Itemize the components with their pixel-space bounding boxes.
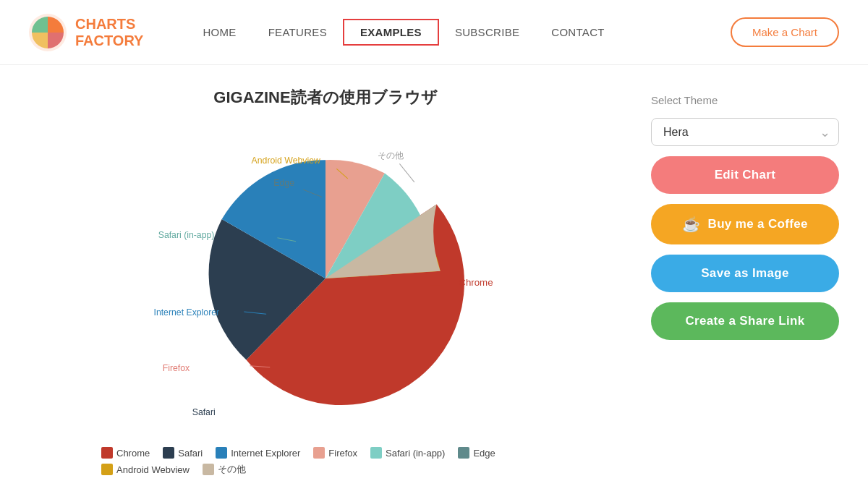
sidebar: Select Theme Hera Zeus Athena Apollo ⌄ E… [651,87,839,476]
legend-item-edge: Edge [458,447,495,459]
legend-label-other: その他 [218,463,246,476]
legend-item-android-webview: Android Webview [101,463,190,476]
select-theme-label: Select Theme [651,94,839,106]
label-safari-inapp: Safari (in-app) [158,230,215,240]
legend-item-ie: Internet Explorer [216,447,300,459]
edit-chart-button[interactable]: Edit Chart [651,156,839,194]
legend-color-android-webview [101,464,113,475]
legend-color-ie [216,447,227,459]
legend-color-edge [458,447,469,459]
nav-contact[interactable]: CONTACT [535,20,620,44]
theme-select[interactable]: Hera Zeus Athena Apollo [651,118,839,146]
nav-home[interactable]: HOME [187,20,252,44]
logo-icon [29,14,67,51]
logo[interactable]: CHARTS FACTORY [29,14,143,51]
legend-label-chrome: Chrome [116,448,150,459]
chart-wrapper: Chrome Safari Internet Explorer Firefox … [137,123,514,434]
label-firefox: Firefox [163,363,190,373]
legend-item-other: その他 [203,463,246,476]
nav-examples[interactable]: EXAMPLES [343,19,439,46]
main-content: GIGAZINE読者の使用ブラウザ [0,65,868,490]
logo-text: CHARTS FACTORY [75,16,143,49]
legend-color-safari [163,447,174,459]
svg-line-7 [399,163,414,182]
coffee-icon: ☕ [682,216,700,233]
label-chrome: Chrome [459,277,493,288]
legend-label-firefox: Firefox [328,448,357,459]
legend-label-safari: Safari [178,448,203,459]
label-other: その他 [378,150,404,161]
legend-label-edge: Edge [473,448,495,459]
legend: Chrome Safari Internet Explorer Firefox … [101,447,550,476]
legend-color-safari-inapp [370,447,382,459]
chart-title: GIGAZINE読者の使用ブラウザ [213,87,437,108]
legend-item-safari: Safari [163,447,203,459]
buy-coffee-button[interactable]: ☕ Buy me a Coffee [651,204,839,244]
label-safari-bottom: Safari [192,407,216,417]
legend-item-chrome: Chrome [101,447,150,459]
save-image-button[interactable]: Save as Image [651,255,839,292]
label-android-webview: Android Webview [252,156,320,166]
chart-area: GIGAZINE読者の使用ブラウザ [29,87,622,476]
legend-color-chrome [101,447,113,459]
nav-features[interactable]: FEATURES [252,20,343,44]
nav-subscribe[interactable]: SUBSCRIBE [439,20,535,44]
pie-chart-svg: Chrome Safari Internet Explorer Firefox … [137,123,514,434]
theme-select-wrapper: Hera Zeus Athena Apollo ⌄ [651,118,839,146]
label-edge: Edge [273,178,294,188]
legend-item-firefox: Firefox [313,447,357,459]
legend-item-safari-inapp: Safari (in-app) [370,447,445,459]
make-chart-button[interactable]: Make a Chart [731,17,839,47]
main-nav: HOME FEATURES EXAMPLES SUBSCRIBE CONTACT [187,19,731,46]
label-ie: Internet Explorer [153,307,219,318]
legend-label-safari-inapp: Safari (in-app) [386,448,445,459]
legend-label-ie: Internet Explorer [231,448,300,459]
buy-coffee-label: Buy me a Coffee [708,217,808,231]
legend-color-firefox [313,447,325,459]
legend-label-android-webview: Android Webview [116,464,190,475]
create-share-link-button[interactable]: Create a Share Link [651,302,839,340]
legend-color-other [203,464,214,475]
